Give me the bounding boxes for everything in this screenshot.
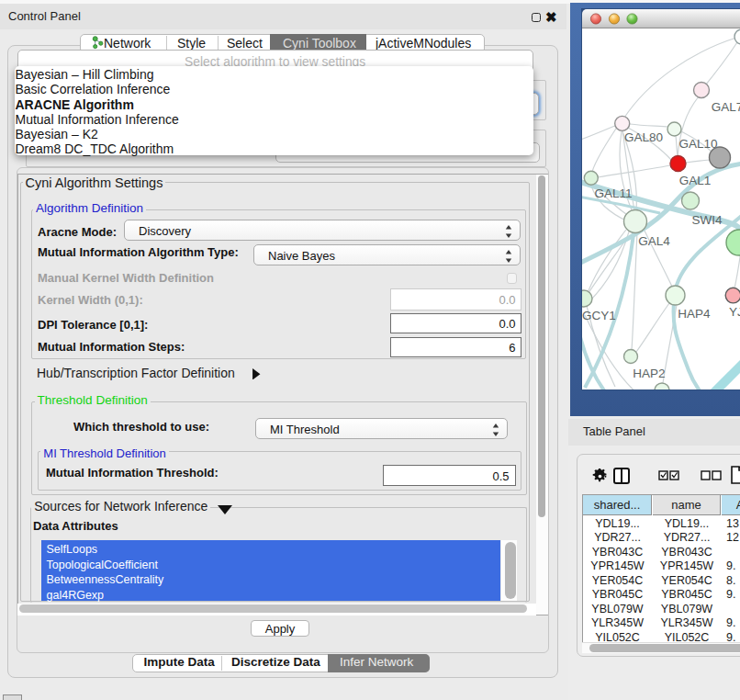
svg-text:GAL10: GAL10 xyxy=(678,137,717,151)
svg-text:HAP4: HAP4 xyxy=(678,307,711,321)
svg-text:YJ: YJ xyxy=(729,305,740,319)
svg-text:GAL4: GAL4 xyxy=(638,234,670,248)
svg-text:GCY1: GCY1 xyxy=(582,309,616,322)
svg-text:GAL11: GAL11 xyxy=(594,186,632,200)
svg-text:GAL80: GAL80 xyxy=(624,130,663,144)
svg-text:GAL1: GAL1 xyxy=(679,174,712,187)
svg-text:HAP2: HAP2 xyxy=(633,367,665,380)
svg-text:GAL7: GAL7 xyxy=(712,100,740,114)
svg-text:SWI4: SWI4 xyxy=(691,213,722,227)
